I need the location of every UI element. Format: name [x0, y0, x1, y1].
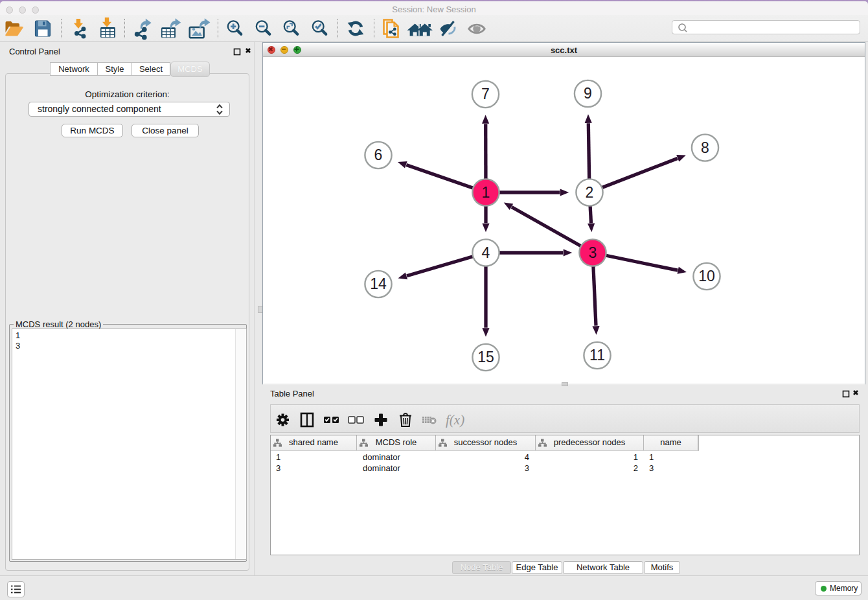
svg-text:11: 11	[589, 347, 605, 363]
svg-text:4: 4	[482, 244, 490, 261]
svg-text:8: 8	[701, 139, 709, 156]
svg-text:14: 14	[370, 275, 387, 292]
svg-text:2: 2	[586, 184, 594, 201]
svg-text:3: 3	[589, 244, 597, 261]
svg-text:6: 6	[374, 146, 383, 163]
svg-text:f(x): f(x)	[446, 412, 464, 428]
svg-text:9: 9	[584, 85, 592, 102]
svg-text:15: 15	[477, 349, 494, 365]
svg-text:7: 7	[481, 86, 490, 102]
svg-text:1: 1	[482, 184, 490, 201]
svg-text:10: 10	[698, 268, 715, 284]
